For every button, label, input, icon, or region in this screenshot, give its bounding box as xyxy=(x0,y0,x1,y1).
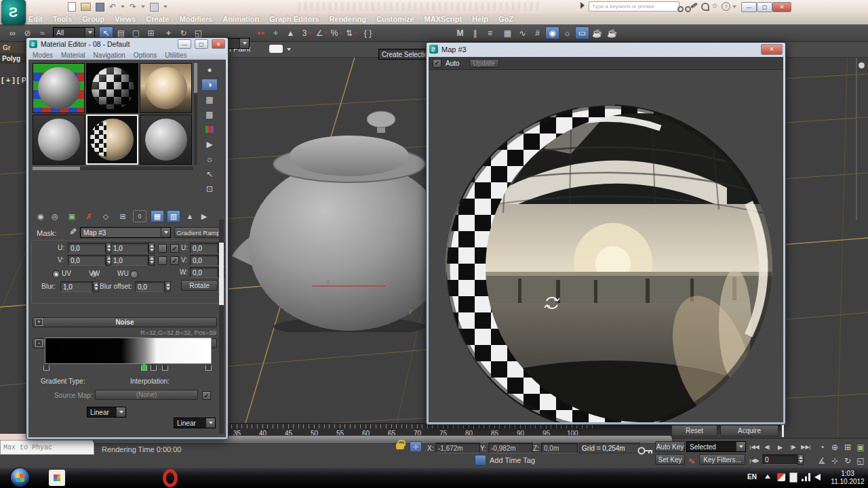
menu-animation[interactable]: Animation xyxy=(222,15,259,23)
material-slot-5-active[interactable] xyxy=(86,115,138,165)
map-type-button[interactable]: Gradient Ramp xyxy=(174,227,222,238)
gradient-ramp-bar[interactable] xyxy=(45,338,212,364)
undo-icon[interactable]: ↶ xyxy=(109,2,116,12)
wu-radio[interactable] xyxy=(130,270,138,279)
open-file-icon[interactable] xyxy=(81,3,91,11)
tray-clock[interactable]: 1:03 11.10.2012 xyxy=(829,470,867,486)
noise-rollout-header[interactable]: + Noise xyxy=(33,317,217,327)
field-of-view-icon[interactable]: ∡ xyxy=(816,454,828,467)
selected-dropdown[interactable]: Selected xyxy=(686,441,746,452)
menu-rendering[interactable]: Rendering xyxy=(330,15,366,23)
spin[interactable] xyxy=(93,281,99,292)
spinner-snap-icon[interactable]: ⇅∩ xyxy=(344,26,359,39)
graphite-tab[interactable]: Gr xyxy=(0,43,24,52)
maxscript-mini-listener[interactable]: Max to Phyac xyxy=(0,440,94,455)
key-filters-button[interactable]: Key Filters... xyxy=(699,454,745,465)
menu-modes[interactable]: Modes xyxy=(33,52,53,59)
layer-manager-icon[interactable]: ≡ xyxy=(483,26,497,39)
mirror-icon[interactable]: M xyxy=(453,26,467,39)
help-icon[interactable]: ? xyxy=(722,2,730,11)
favorites-icon[interactable]: ☆ xyxy=(711,1,718,10)
ramp-flag-71[interactable] xyxy=(162,363,168,371)
polygon-modeling-tab[interactable]: Polyg xyxy=(0,54,28,64)
menu-tools[interactable]: Tools xyxy=(53,15,73,23)
rotate-button[interactable]: Rotate xyxy=(181,280,218,291)
menu-utilities[interactable]: Utilities xyxy=(165,52,186,59)
redo-icon[interactable]: ↷ xyxy=(130,2,136,12)
percent-snap-icon[interactable]: %∩ xyxy=(330,26,344,39)
menu-options[interactable]: Options xyxy=(134,52,157,59)
assign-material-icon[interactable]: ▣ xyxy=(65,210,79,222)
source-map-checkbox[interactable]: ✓ xyxy=(202,391,211,400)
put-material-to-scene-icon[interactable]: ◎ xyxy=(48,210,62,222)
new-file-icon[interactable] xyxy=(68,2,76,12)
menu-maxscript[interactable]: MAXScript xyxy=(425,15,462,23)
manage-scene-icon[interactable] xyxy=(150,3,159,12)
acquire-button[interactable]: Acquire xyxy=(720,425,778,436)
zoom-all-icon[interactable]: ⊞ xyxy=(842,441,854,453)
z-coordinate-field[interactable]: 0,0m xyxy=(541,443,578,453)
x-coordinate-field[interactable]: -1,672m xyxy=(435,443,480,453)
menu-group[interactable]: Group xyxy=(82,15,104,23)
options-icon[interactable]: ☼ xyxy=(201,153,218,165)
rendered-frame-window-icon[interactable]: ▭ xyxy=(575,26,589,39)
show-map-in-viewport-icon[interactable]: ▦ xyxy=(151,210,164,222)
graphite-ribbon-icon[interactable]: ▦ xyxy=(500,26,515,39)
app-logo-icon[interactable]: S xyxy=(1,0,26,24)
u-mirror-checkbox[interactable] xyxy=(158,244,167,253)
render-production-icon[interactable]: ☕ xyxy=(590,26,604,39)
sample-type-icon[interactable]: ● xyxy=(201,64,218,76)
menu-help[interactable]: Help xyxy=(472,15,488,23)
save-icon[interactable] xyxy=(96,3,104,12)
tray-expand-icon[interactable] xyxy=(765,474,770,479)
tray-network-icon[interactable] xyxy=(802,473,810,481)
make-unique-icon[interactable]: ◇ xyxy=(99,210,113,222)
menu-customize[interactable]: Customize xyxy=(376,15,414,23)
play-icon[interactable]: ▶ xyxy=(774,441,787,453)
spin[interactable] xyxy=(165,281,171,292)
map-window[interactable]: S Map #3 ✕ ✓ Auto Update xyxy=(426,42,786,425)
interpolation-dropdown[interactable]: Linear xyxy=(174,418,216,428)
menu-material[interactable]: Material xyxy=(61,52,85,59)
search-input[interactable]: Type a keyword or phrase xyxy=(589,1,679,12)
material-slot-2[interactable] xyxy=(86,63,138,113)
slots-horizontal-scrollbar[interactable] xyxy=(33,167,193,170)
align-icon[interactable]: ∥ xyxy=(468,26,482,39)
zoom-extents-icon[interactable]: ▣ xyxy=(854,441,867,453)
key-mode-icon[interactable] xyxy=(637,446,654,455)
menu-graph-editors[interactable]: Graph Editors xyxy=(269,15,319,23)
select-and-link-icon[interactable]: ∞ xyxy=(5,26,20,39)
material-slot-3[interactable] xyxy=(140,63,192,113)
go-to-parent-icon[interactable]: ▲ xyxy=(183,210,197,222)
go-to-frame-icon[interactable]: |◀▶ xyxy=(748,454,761,467)
menu-goz[interactable]: GoZ xyxy=(498,15,513,23)
maximize-button[interactable]: ▢ xyxy=(757,2,772,12)
slots-vertical-scrollbar[interactable] xyxy=(194,63,197,165)
pinned-app-icon[interactable] xyxy=(49,470,65,486)
material-editor-icon[interactable]: ◉ xyxy=(545,26,559,39)
ramp-flag-59-selected[interactable] xyxy=(141,363,147,371)
map-window-titlebar[interactable]: S Map #3 ✕ xyxy=(427,43,785,56)
redo-dropdown-icon[interactable] xyxy=(141,5,145,8)
material-editor-maximize-button[interactable]: ▢ xyxy=(195,39,208,49)
material-slot-1[interactable] xyxy=(33,63,85,113)
ribbon-dropdown-icon[interactable] xyxy=(287,48,291,51)
go-to-end-icon[interactable]: ▶▶| xyxy=(800,441,812,453)
map-name-dropdown[interactable]: Map #3 xyxy=(80,227,171,238)
menu-navigation[interactable]: Navigation xyxy=(94,52,125,59)
subscription-icon[interactable] xyxy=(690,2,698,9)
auto-key-button[interactable]: Auto Key xyxy=(655,441,685,452)
manage-dropdown-icon[interactable] xyxy=(163,5,167,8)
edit-named-sets-icon[interactable]: { } xyxy=(361,26,375,39)
add-time-tag-icon[interactable] xyxy=(475,455,486,466)
video-color-check-icon[interactable] xyxy=(201,123,218,136)
scroll-thumb[interactable] xyxy=(33,167,80,170)
sample-uv-tiling-icon[interactable]: ▩ xyxy=(201,108,218,121)
material-map-navigator-icon[interactable]: ⊡ xyxy=(201,183,218,195)
reset-button[interactable]: Reset xyxy=(671,425,717,436)
ramp-flag-end[interactable] xyxy=(205,363,212,371)
material-slot-6[interactable] xyxy=(140,115,192,165)
backlight-icon[interactable]: ◑ xyxy=(201,79,218,91)
minimize-button[interactable]: — xyxy=(741,2,757,12)
command-panel-divider[interactable] xyxy=(856,58,857,220)
